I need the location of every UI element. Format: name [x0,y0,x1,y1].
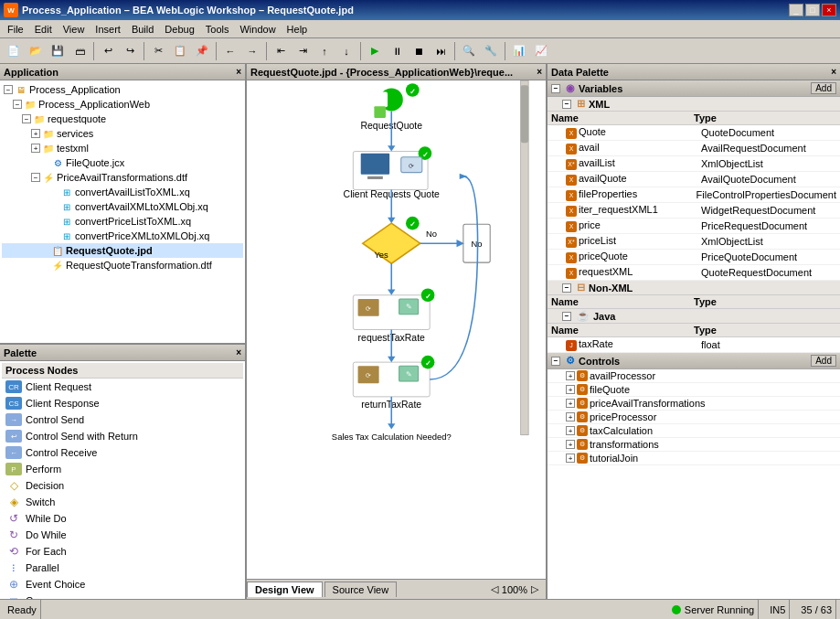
variables-expand[interactable]: − [551,84,560,93]
palette-control-send[interactable]: → Control Send [2,411,243,428]
expand-icon[interactable]: + [566,399,575,408]
tb-indent[interactable]: ⇤ [271,41,291,61]
var-iter[interactable]: Xiter_requestXML1 WidgetRequestDocument [548,203,840,219]
expand-icon[interactable]: + [566,454,575,463]
var-taxrate[interactable]: JtaxRate float [548,337,840,353]
palette-switch[interactable]: ◈ Switch [2,494,243,510]
menu-tools[interactable]: Tools [200,22,235,37]
tb-cut[interactable]: ✂ [148,41,168,61]
menu-build[interactable]: Build [126,22,159,37]
diagram-panel-close[interactable]: × [537,67,542,77]
tb-save-all[interactable]: 🗃 [69,41,90,61]
tb-test[interactable]: 🔧 [481,41,501,61]
tb-extra1[interactable]: 📊 [509,41,529,61]
expand-icon[interactable]: − [13,100,22,109]
expand-icon[interactable]: + [566,385,575,394]
application-panel-close[interactable]: × [236,67,241,77]
tb-extra2[interactable]: 📈 [531,41,551,61]
zoom-in-icon[interactable]: ▷ [531,583,538,595]
maximize-button[interactable]: □ [805,4,820,16]
menu-view[interactable]: View [58,22,90,37]
tb-copy[interactable]: 📋 [170,41,190,61]
tree-xq4[interactable]: ⊞ convertPriceXMLtoXMLObj.xq [2,229,243,243]
palette-perform[interactable]: P Perform [2,461,243,477]
var-requestxml[interactable]: XrequestXML QuoteRequestDocument [548,265,840,281]
tb-redo[interactable]: ↪ [120,41,140,61]
diagram-area[interactable]: ✓ RequestQuote ✓ ⟳ Client Requests Quote [247,80,546,579]
controls-add-btn[interactable]: Add [811,355,836,367]
tree-xq1[interactable]: ⊞ convertAvailListToXML.xq [2,185,243,199]
tree-requestquote-jpd[interactable]: 📋 RequestQuote.jpd [2,243,243,258]
tree-priceavail[interactable]: − ⚡ PriceAvailTransformations.dtf [2,170,243,185]
palette-client-request[interactable]: CR Client Request [2,379,243,395]
tb-pause[interactable]: ⏸ [387,41,407,61]
minimize-button[interactable]: _ [789,4,803,16]
expand-icon[interactable]: + [566,440,575,449]
tb-up[interactable]: ↑ [314,41,335,61]
java-expand[interactable]: − [562,312,571,321]
var-quote[interactable]: XQuote QuoteDocument [548,125,840,141]
close-button[interactable]: × [822,4,836,16]
tb-step[interactable]: ⏭ [431,41,451,61]
ctrl-priceavail[interactable]: + ⚙ priceAvailTransformations [548,397,840,411]
palette-decision[interactable]: ◇ Decision [2,477,243,494]
nonxml-expand[interactable]: − [562,283,571,293]
expand-icon[interactable]: + [31,129,40,138]
tb-down[interactable]: ↓ [336,41,356,61]
zoom-control[interactable]: ◁ 100% ▷ [484,583,546,595]
xml-expand[interactable]: − [562,100,571,109]
variables-add-btn[interactable]: Add [811,82,836,94]
tb-save[interactable]: 💾 [48,41,68,61]
palette-control-receive[interactable]: ← Control Receive [2,444,243,461]
tree-requestquote-folder[interactable]: − 📁 requestquote [2,112,243,126]
var-pricelist[interactable]: X*priceList XmlObjectList [548,234,840,250]
palette-do-while[interactable]: ↻ Do While [2,527,243,543]
menu-insert[interactable]: Insert [90,22,126,37]
tb-forward[interactable]: → [242,41,262,61]
tree-applicationweb[interactable]: − 📁 Process_ApplicationWeb [2,97,243,112]
expand-icon[interactable]: + [31,144,40,153]
tree-filequote[interactable]: ⚙ FileQuote.jcx [2,155,243,170]
tab-design-view[interactable]: Design View [247,582,323,597]
var-pricequote[interactable]: XpriceQuote PriceQuoteDocument [548,250,840,265]
ctrl-tutorialjoin[interactable]: + ⚙ tutorialJoin [548,452,840,465]
tb-new[interactable]: 📄 [4,41,24,61]
tree-services[interactable]: + 📁 services [2,126,243,141]
expand-icon[interactable]: + [566,426,575,435]
tab-source-view[interactable]: Source View [324,582,398,597]
tree-requestquote-dtf[interactable]: ⚡ RequestQuoteTransformation.dtf [2,258,243,272]
var-price[interactable]: Xprice PriceRequestDocument [548,219,840,234]
palette-panel-close[interactable]: × [236,347,241,358]
tree-xq3[interactable]: ⊞ convertPriceListToXML.xq [2,214,243,229]
ctrl-taxcalculation[interactable]: + ⚙ taxCalculation [548,424,840,438]
palette-group[interactable]: □ Group [2,592,243,599]
expand-icon[interactable]: − [22,114,31,123]
menu-debug[interactable]: Debug [159,22,199,37]
var-availlist[interactable]: X*availList XmlObjectList [548,156,840,172]
var-fileprops[interactable]: XfileProperties FileControlPropertiesDoc… [548,187,840,203]
tb-outdent[interactable]: ⇥ [292,41,313,61]
menu-file[interactable]: File [2,22,29,37]
ctrl-filequote[interactable]: + ⚙ fileQuote [548,383,840,397]
tree-xq2[interactable]: ⊞ convertAvailXMLtoXMLObj.xq [2,199,243,214]
palette-parallel[interactable]: ⫶ Parallel [2,560,243,576]
tb-back[interactable]: ← [220,41,240,61]
palette-client-response[interactable]: CS Client Response [2,395,243,411]
tree-testxml[interactable]: + 📁 testxml [2,141,243,155]
data-palette-close[interactable]: × [831,67,836,77]
controls-expand[interactable]: − [551,357,560,366]
ctrl-priceprocessor[interactable]: + ⚙ priceProcessor [548,411,840,424]
expand-icon[interactable]: + [566,412,575,422]
ctrl-transformations[interactable]: + ⚙ transformations [548,438,840,452]
tb-run[interactable]: ▶ [365,41,385,61]
expand-icon[interactable]: − [4,85,13,94]
tb-undo[interactable]: ↩ [98,41,118,61]
ctrl-availprocessor[interactable]: + ⚙ availProcessor [548,369,840,383]
palette-for-each[interactable]: ⟲ For Each [2,543,243,560]
palette-event-choice[interactable]: ⊕ Event Choice [2,576,243,592]
menu-window[interactable]: Window [234,22,281,37]
palette-control-send-return[interactable]: ↩ Control Send with Return [2,428,243,444]
zoom-out-icon[interactable]: ◁ [491,583,498,595]
menu-help[interactable]: Help [282,22,314,37]
palette-while-do[interactable]: ↺ While Do [2,510,243,527]
